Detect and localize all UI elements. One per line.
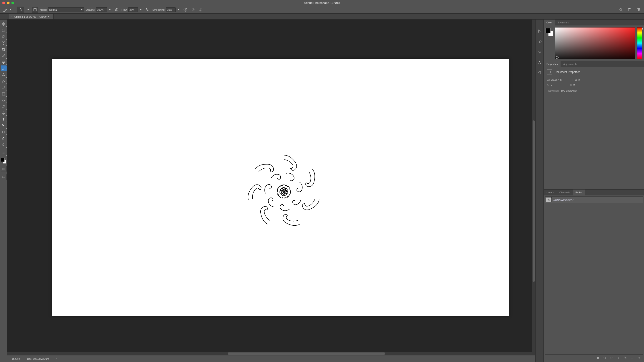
opacity-input[interactable]: 100% xyxy=(96,7,107,12)
lasso-tool[interactable] xyxy=(1,34,6,39)
stamp-tool[interactable] xyxy=(1,72,6,78)
character-panel-icon[interactable] xyxy=(537,60,542,65)
status-caret-icon[interactable] xyxy=(56,358,57,360)
horizontal-scrollbar-thumb[interactable] xyxy=(228,353,385,355)
screen-mode-toggle[interactable] xyxy=(1,174,6,180)
caret-down-icon xyxy=(109,9,111,10)
blur-tool[interactable] xyxy=(1,97,6,103)
maximize-window-button[interactable] xyxy=(11,1,14,4)
move-tool[interactable] xyxy=(1,21,6,27)
smoothing-input[interactable]: 10% xyxy=(166,7,176,12)
quick-select-tool[interactable] xyxy=(1,40,6,46)
history-panel-icon[interactable] xyxy=(537,29,542,34)
smoothing-options-gear[interactable] xyxy=(182,7,188,13)
quick-mask-toggle[interactable] xyxy=(1,166,6,172)
svg-rect-13 xyxy=(2,29,5,31)
eyedropper-tool[interactable] xyxy=(1,53,6,59)
svg-rect-17 xyxy=(2,76,5,76)
svg-point-7 xyxy=(192,9,193,10)
properties-tab[interactable]: Properties xyxy=(544,61,560,67)
canvas-viewport[interactable]: 16.67% Doc: 103.0M/15.0M xyxy=(7,19,535,362)
flow-caret[interactable] xyxy=(139,6,143,13)
color-spectrum[interactable] xyxy=(555,27,635,59)
close-tab-icon[interactable]: × xyxy=(11,15,12,18)
delete-path-icon[interactable] xyxy=(637,356,641,360)
brush-panel-icon[interactable] xyxy=(537,39,542,44)
svg-point-23 xyxy=(2,153,3,153)
resolution-value: 300 pixels/inch xyxy=(561,89,577,92)
paragraph-panel-icon[interactable] xyxy=(537,70,542,75)
search-icon[interactable] xyxy=(618,7,624,13)
settings-panel-icon[interactable] xyxy=(537,49,542,54)
svg-rect-9 xyxy=(628,8,631,11)
tablet-opacity-icon[interactable] xyxy=(114,7,120,13)
hue-slider[interactable] xyxy=(637,27,642,59)
horizontal-scrollbar[interactable] xyxy=(7,352,532,355)
stroke-path-icon[interactable] xyxy=(602,356,607,360)
mandala-artwork xyxy=(238,146,329,237)
path-name[interactable]: radial Symmetry 7 xyxy=(554,198,574,201)
shape-tool[interactable] xyxy=(1,129,6,135)
right-panel-dock: Color Swatches Properties Adjustments xyxy=(544,19,644,362)
flow-input[interactable]: 27% xyxy=(128,7,138,12)
resolution-label: Resolution: xyxy=(547,89,560,92)
tablet-pressure-size-icon[interactable] xyxy=(190,7,196,13)
history-brush-tool[interactable] xyxy=(1,78,6,84)
brush-tool[interactable] xyxy=(1,65,6,71)
brush-preset-picker[interactable]: 10 xyxy=(17,6,24,13)
fg-bg-color-picker[interactable] xyxy=(1,158,6,164)
channels-tab[interactable]: Channels xyxy=(557,190,572,195)
doc-size[interactable]: Doc: 103.0M/15.0M xyxy=(27,358,49,360)
gradient-tool[interactable] xyxy=(1,91,6,97)
svg-rect-1 xyxy=(35,8,36,11)
caret-down-icon xyxy=(178,9,180,10)
pen-tool[interactable] xyxy=(1,110,6,116)
document-tab[interactable]: × Untitled-1 @ 16.7% (RGB/8#) * xyxy=(9,14,54,19)
load-selection-icon[interactable] xyxy=(610,356,614,360)
symmetry-toggle[interactable] xyxy=(198,7,204,13)
share-icon[interactable] xyxy=(627,7,633,13)
opacity-caret[interactable] xyxy=(108,6,112,13)
layers-tab[interactable]: Layers xyxy=(544,190,557,195)
hand-tool[interactable] xyxy=(1,135,6,141)
path-select-tool[interactable] xyxy=(1,123,6,129)
canvas[interactable] xyxy=(52,59,509,316)
edit-toolbar-icon[interactable] xyxy=(1,150,6,156)
mask-path-icon[interactable] xyxy=(623,356,627,360)
vertical-scrollbar[interactable] xyxy=(532,19,535,356)
zoom-level[interactable]: 16.67% xyxy=(12,358,20,360)
fg-color-swatch[interactable] xyxy=(546,28,550,33)
close-window-button[interactable] xyxy=(2,1,5,4)
zoom-tool[interactable] xyxy=(1,142,6,148)
mode-value: Normal xyxy=(49,8,57,11)
mode-label: Mode: xyxy=(40,8,47,11)
marquee-tool[interactable] xyxy=(1,27,6,33)
tool-preset-picker[interactable] xyxy=(2,7,8,13)
new-path-icon[interactable] xyxy=(630,356,634,360)
color-tab[interactable]: Color xyxy=(544,19,555,25)
svg-rect-10 xyxy=(637,8,638,11)
foreground-color-swatch[interactable] xyxy=(1,158,4,162)
svg-point-22 xyxy=(2,143,4,145)
brush-settings-toggle[interactable] xyxy=(32,7,38,13)
airbrush-toggle[interactable] xyxy=(145,7,150,13)
minimize-window-button[interactable] xyxy=(7,1,10,4)
vertical-scrollbar-thumb[interactable] xyxy=(532,120,535,282)
swatches-tab[interactable]: Swatches xyxy=(555,19,572,25)
make-workpath-icon[interactable] xyxy=(616,356,620,360)
mode-select[interactable]: Normal xyxy=(48,7,84,12)
brush-preset-caret[interactable] xyxy=(26,6,30,13)
adjustments-tab[interactable]: Adjustments xyxy=(560,61,580,67)
healing-tool[interactable] xyxy=(1,59,6,65)
type-tool[interactable] xyxy=(1,116,6,122)
workspace-switcher-icon[interactable] xyxy=(635,7,641,13)
fill-path-icon[interactable] xyxy=(596,356,600,360)
eraser-tool[interactable] xyxy=(1,84,6,90)
dodge-tool[interactable] xyxy=(1,104,6,109)
color-fg-bg-swatches[interactable] xyxy=(546,28,553,36)
paths-tab[interactable]: Paths xyxy=(573,190,585,195)
path-item[interactable]: radial Symmetry 7 xyxy=(545,196,643,203)
crop-tool[interactable] xyxy=(1,46,6,52)
smoothing-caret[interactable] xyxy=(176,6,180,13)
hue-slider-thumb[interactable] xyxy=(642,28,643,30)
